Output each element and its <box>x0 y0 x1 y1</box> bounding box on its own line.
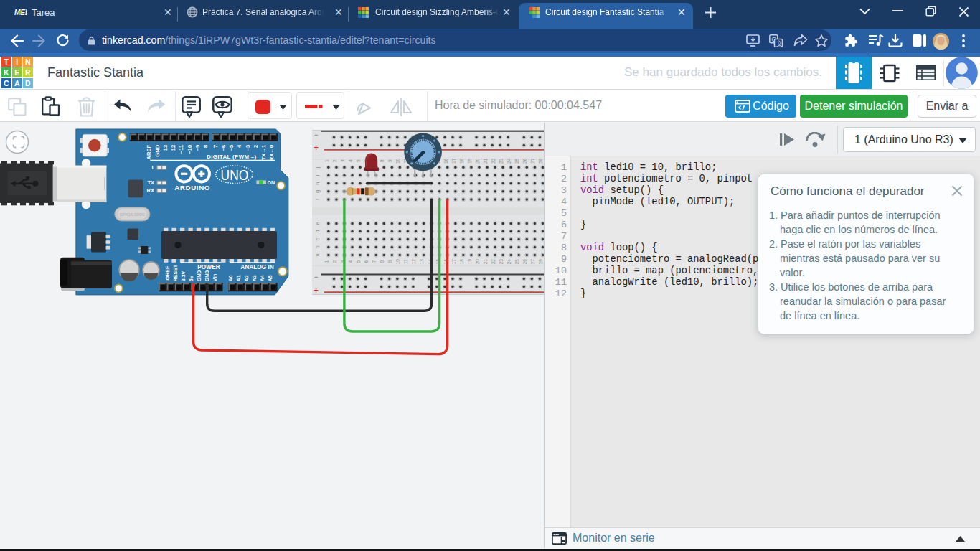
svg-text:10: 10 <box>395 259 400 265</box>
svg-text:RESET: RESET <box>173 264 178 281</box>
svg-text:17: 17 <box>451 158 456 164</box>
svg-text:8: 8 <box>380 260 385 263</box>
svg-text:23: 23 <box>499 259 504 265</box>
svg-text:25: 25 <box>514 158 519 164</box>
svg-text:13: 13 <box>420 259 425 265</box>
svg-text:18: 18 <box>459 158 464 164</box>
svg-text:21: 21 <box>483 259 488 265</box>
svg-text:A2: A2 <box>244 275 249 281</box>
svg-text:~3: ~3 <box>245 145 251 151</box>
svg-text:19: 19 <box>467 259 472 265</box>
svg-text:~10: ~10 <box>187 145 193 154</box>
svg-text:GND: GND <box>154 144 161 156</box>
svg-text:7: 7 <box>212 145 219 148</box>
svg-text:5V: 5V <box>189 275 194 281</box>
svg-text:DIGITAL (PWM –): DIGITAL (PWM –) <box>207 154 256 160</box>
svg-text:Vin: Vin <box>212 273 217 281</box>
svg-text:AREF: AREF <box>146 144 153 159</box>
svg-text:22: 22 <box>491 158 496 164</box>
svg-text:26: 26 <box>522 158 527 164</box>
svg-text:A3: A3 <box>252 275 257 281</box>
svg-text:RX: RX <box>147 187 154 194</box>
svg-text:20: 20 <box>475 158 480 164</box>
svg-text:e: e <box>314 222 321 225</box>
svg-text:UNO: UNO <box>221 166 249 183</box>
svg-text:22: 22 <box>491 259 496 265</box>
svg-text:12: 12 <box>412 259 417 265</box>
svg-text:SPK16.000G: SPK16.000G <box>120 212 145 217</box>
svg-text:A5: A5 <box>268 275 273 281</box>
svg-text:A4: A4 <box>260 275 265 281</box>
svg-text:9: 9 <box>387 260 392 263</box>
svg-text:+: + <box>314 143 319 153</box>
svg-text:~11: ~11 <box>178 144 184 154</box>
svg-text:2: 2 <box>253 145 259 148</box>
svg-text:−: − <box>314 273 318 281</box>
svg-text:3.3V: 3.3V <box>181 270 186 281</box>
svg-text:h: h <box>314 182 321 185</box>
svg-text:TX: TX <box>147 179 154 186</box>
svg-text:d: d <box>314 230 321 232</box>
svg-text:A1: A1 <box>236 275 241 281</box>
svg-text:28: 28 <box>538 158 543 164</box>
svg-text:4: 4 <box>348 159 353 162</box>
svg-text:IOREF: IOREF <box>165 265 170 281</box>
svg-text:13: 13 <box>162 145 169 151</box>
svg-text:1: 1 <box>324 159 329 162</box>
svg-text:24: 24 <box>507 259 512 265</box>
svg-text:ON: ON <box>268 180 275 185</box>
svg-text:POWER: POWER <box>197 263 220 270</box>
svg-text:3: 3 <box>340 159 345 162</box>
svg-text:17: 17 <box>451 259 456 265</box>
svg-text:28: 28 <box>538 259 543 265</box>
svg-text:11: 11 <box>403 259 408 264</box>
svg-text:ARDUINO: ARDUINO <box>174 184 210 192</box>
svg-text:j: j <box>314 166 321 169</box>
svg-text:21: 21 <box>483 158 488 164</box>
svg-text:5: 5 <box>356 159 361 162</box>
svg-text:−: − <box>314 131 318 138</box>
svg-text:5: 5 <box>356 260 361 263</box>
svg-text:~9: ~9 <box>194 145 201 151</box>
svg-text:2: 2 <box>332 260 337 263</box>
svg-text:7: 7 <box>372 260 377 263</box>
svg-text:g: g <box>314 190 321 193</box>
svg-text:RX←0: RX←0 <box>268 145 275 161</box>
svg-text:GND: GND <box>197 270 202 282</box>
svg-text:26: 26 <box>522 259 527 265</box>
svg-text:20: 20 <box>475 259 480 265</box>
svg-text:4: 4 <box>348 260 353 263</box>
svg-text:TX→1: TX→1 <box>260 144 267 160</box>
svg-text:~6: ~6 <box>220 145 227 151</box>
svg-text:L: L <box>151 164 155 171</box>
svg-text:19: 19 <box>467 158 472 164</box>
svg-text:+: + <box>314 286 319 296</box>
svg-text:1: 1 <box>324 260 329 263</box>
svg-text:12: 12 <box>170 145 176 151</box>
svg-text:25: 25 <box>514 259 519 265</box>
svg-text:8: 8 <box>380 159 385 162</box>
svg-text:b: b <box>314 245 321 248</box>
svg-text:9: 9 <box>387 159 392 162</box>
svg-text:GND: GND <box>204 270 209 282</box>
svg-text:10: 10 <box>395 158 400 164</box>
svg-text:18: 18 <box>459 259 464 265</box>
svg-text:27: 27 <box>530 259 535 265</box>
svg-text:~5: ~5 <box>228 144 235 151</box>
svg-text:16: 16 <box>443 158 448 164</box>
svg-text:ANALOG IN: ANALOG IN <box>240 263 274 270</box>
svg-text:27: 27 <box>530 158 535 164</box>
svg-text:文: 文 <box>776 39 783 47</box>
svg-text:23: 23 <box>499 158 504 164</box>
svg-text:24: 24 <box>507 158 512 164</box>
svg-text:A0: A0 <box>228 275 233 281</box>
svg-text:2: 2 <box>332 159 337 162</box>
svg-text:6: 6 <box>364 260 369 263</box>
svg-text:8: 8 <box>202 145 209 148</box>
svg-text:c: c <box>314 237 321 240</box>
